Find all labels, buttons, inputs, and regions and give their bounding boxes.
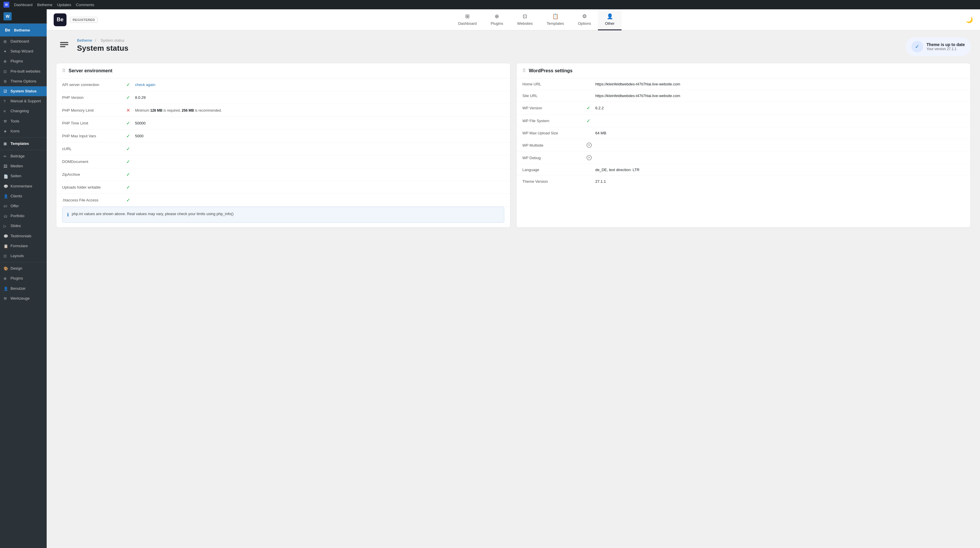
update-version: Your version 27.1.1 [927, 47, 965, 51]
sidebar-item-formulare[interactable]: 📋 Formulare [0, 241, 47, 251]
seiten-icon: 📄 [3, 174, 8, 179]
sidebar-item-prebuilt[interactable]: ⊡ Pre-built websites [0, 67, 47, 76]
top-nav-templates[interactable]: 📋 Templates [539, 10, 571, 30]
wp-multisite-label: WP Multisite [522, 143, 587, 148]
sidebar-item-testimonials[interactable]: 💬 Testimonials [0, 231, 47, 241]
sidebar-betheme-active[interactable]: Be Betheme [0, 24, 47, 37]
sidebar-item-clients[interactable]: 👤 Clients [0, 191, 47, 201]
breadcrumb-home[interactable]: Betheme [77, 38, 92, 43]
sidebar-clients-label: Clients [11, 194, 22, 199]
server-environment-header: ⠿ Server environment [56, 63, 510, 78]
php-memory-label: PHP Memory Limit [62, 108, 126, 113]
sidebar-item-design[interactable]: 🎨 Design [0, 264, 47, 273]
sidebar-item-layouts[interactable]: ⊡ Layouts [0, 251, 47, 261]
admin-bar-dashboard[interactable]: Dashboard [14, 3, 33, 7]
sidebar-item-dashboard[interactable]: ⊞ Dashboard [0, 37, 47, 46]
sidebar-testimonials-label: Testimonials [11, 233, 32, 239]
uploads-label: Uploads folder writable [62, 185, 126, 189]
sidebar-item-offer[interactable]: 🏷 Offer [0, 201, 47, 211]
dark-mode-toggle[interactable]: 🌙 [966, 16, 973, 23]
kommentare-icon: 💬 [3, 184, 8, 189]
wp-max-upload-value: 64 MB [595, 131, 964, 135]
htaccess-status-icon: ✓ [126, 197, 135, 203]
sidebar-item-plugins[interactable]: ⊕ Plugins [0, 56, 47, 66]
sidebar-item-templates[interactable]: ⊞ Templates [0, 139, 47, 149]
top-nav-plugins-label: Plugins [491, 21, 503, 25]
table-row: ZipArchive ✓ [56, 168, 510, 181]
check-again-link[interactable]: check again [135, 83, 155, 87]
sidebar-item-beitraege[interactable]: ✏ Beiträge [0, 151, 47, 161]
top-nav-websites-label: Websites [517, 21, 533, 25]
panels: ⠿ Server environment API server connecti… [56, 63, 970, 228]
sidebar-item-werkzeuge[interactable]: ⚒ Werkzeuge [0, 294, 47, 303]
api-server-label: API server connection [62, 83, 126, 87]
wordpress-settings-drag-icon: ⠿ [522, 68, 526, 73]
setup-wizard-icon: ✦ [3, 49, 8, 54]
admin-bar: W Dashboard Betheme Updates Comments [0, 0, 980, 10]
sidebar-item-seiten[interactable]: 📄 Seiten [0, 171, 47, 181]
top-nav-options[interactable]: ⚙ Options [571, 10, 598, 30]
sidebar-item-system-status[interactable]: ☑ System Status [0, 86, 47, 96]
sidebar-item-plugins2[interactable]: ⊕ Plugins [0, 273, 47, 283]
design-icon: 🎨 [3, 266, 8, 271]
site-url-value: https://kleinfeldtwebdes-t47ti7hlai.live… [595, 94, 964, 98]
sidebar-item-theme-options[interactable]: ⚙ Theme Options [0, 76, 47, 86]
server-environment-title: Server environment [68, 68, 112, 73]
admin-bar-updates[interactable]: Updates [57, 3, 71, 7]
php-version-label: PHP Version [62, 95, 126, 100]
sidebar-item-medien[interactable]: 🖼 Medien [0, 161, 47, 171]
top-nav-logo: Be REGISTERED [54, 13, 98, 26]
sidebar-item-portfolio[interactable]: 🗂 Portfolio [0, 211, 47, 221]
php-version-status-icon: ✓ [126, 95, 135, 100]
sidebar-item-tools[interactable]: ⚒ Tools [0, 116, 47, 126]
table-row: DOMDocument ✓ [56, 156, 510, 168]
sidebar-dashboard-label: Dashboard [11, 39, 29, 44]
sidebar-divider-1 [0, 137, 47, 138]
page-header-left: Betheme / System status System status [56, 37, 128, 54]
sidebar-templates-label: Templates [11, 141, 29, 146]
sidebar-manual-support-label: Manual & Support [11, 98, 41, 104]
top-nav: Be REGISTERED ⊞ Dashboard ⊕ Plugins ⊡ We… [47, 10, 980, 30]
sidebar-item-manual-support[interactable]: ? Manual & Support [0, 96, 47, 106]
top-nav-other[interactable]: 👤 Other [598, 10, 622, 30]
sidebar-item-changelog[interactable]: ≡ Changelog [0, 106, 47, 116]
sidebar-seiten-label: Seiten [11, 173, 21, 179]
prebuilt-icon: ⊡ [3, 69, 8, 74]
sidebar-divider-2 [0, 150, 47, 150]
wordpress-settings-body: Home URL https://kleinfeldtwebdes-t47ti7… [517, 78, 970, 187]
svg-rect-2 [60, 46, 65, 47]
sidebar-layouts-label: Layouts [11, 253, 24, 259]
sidebar-prebuilt-label: Pre-built websites [11, 69, 41, 74]
sidebar-item-benutzer[interactable]: 👤 Benutzer [0, 284, 47, 294]
top-nav-plugins[interactable]: ⊕ Plugins [484, 10, 510, 30]
top-nav-dashboard[interactable]: ⊞ Dashboard [451, 10, 484, 30]
clients-icon: 👤 [3, 194, 8, 199]
sidebar-item-slides[interactable]: ▷ Slides [0, 221, 47, 231]
update-status: ✓ Theme is up to date Your version 27.1.… [905, 37, 970, 56]
top-nav-websites[interactable]: ⊡ Websites [510, 10, 539, 30]
top-nav-options-label: Options [578, 21, 591, 25]
breadcrumb: Betheme / System status [77, 38, 128, 43]
php-max-input-status-icon: ✓ [126, 133, 135, 139]
info-text: php.ini values are shown above. Real val… [72, 211, 234, 218]
sidebar-item-kommentare[interactable]: 💬 Kommentare [0, 181, 47, 191]
table-row: Home URL https://kleinfeldtwebdes-t47ti7… [517, 78, 970, 90]
wp-version-value: 6.2.2 [595, 106, 964, 110]
sidebar-plugins2-label: Plugins [11, 276, 23, 281]
wp-max-upload-label: WP Max Upload Size [522, 131, 587, 135]
wp-version-label: WP Version [522, 106, 587, 110]
page-header-icon [56, 37, 72, 54]
admin-bar-comments[interactable]: Comments [76, 3, 94, 7]
benutzer-icon: 👤 [3, 286, 8, 291]
table-row: WP File System ✓ [517, 114, 970, 127]
table-row: PHP Max Input Vars ✓ 5000 [56, 130, 510, 143]
top-nav-other-label: Other [605, 21, 614, 25]
admin-bar-betheme[interactable]: Betheme [37, 3, 52, 7]
manual-support-icon: ? [3, 99, 8, 103]
table-row: .htaccess File Access ✓ [56, 194, 510, 206]
testimonials-icon: 💬 [3, 234, 8, 238]
sidebar-item-icons[interactable]: ★ Icons [0, 126, 47, 136]
ziparchive-label: ZipArchive [62, 172, 126, 176]
sidebar-medien-label: Medien [11, 164, 23, 169]
sidebar-item-setup-wizard[interactable]: ✦ Setup Wizard [0, 46, 47, 56]
